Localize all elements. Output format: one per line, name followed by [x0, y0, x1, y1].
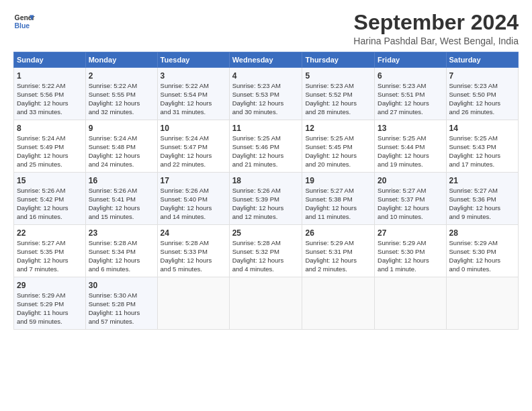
- day-number: 7: [449, 71, 515, 81]
- calendar-week-5: 29Sunrise: 5:29 AMSunset: 5:29 PMDayligh…: [14, 277, 519, 330]
- page: General Blue September 2024 Harina Pashd…: [0, 0, 532, 411]
- calendar-cell-13: 13Sunrise: 5:25 AMSunset: 5:44 PMDayligh…: [375, 120, 446, 173]
- title-block: September 2024 Harina Pashdal Bar, West …: [353, 11, 519, 46]
- calendar-cell-12: 12Sunrise: 5:25 AMSunset: 5:45 PMDayligh…: [302, 120, 375, 173]
- day-number: 29: [17, 280, 83, 291]
- col-sunday: Sunday: [14, 52, 86, 68]
- calendar-week-1: 1Sunrise: 5:22 AMSunset: 5:56 PMDaylight…: [14, 68, 519, 120]
- logo-icon: General Blue: [13, 11, 35, 32]
- calendar-cell-22: 22Sunrise: 5:27 AMSunset: 5:35 PMDayligh…: [14, 225, 86, 277]
- day-number: 8: [17, 123, 83, 134]
- day-number: 24: [161, 228, 226, 238]
- day-number: 3: [161, 71, 226, 81]
- calendar-cell-19: 19Sunrise: 5:27 AMSunset: 5:38 PMDayligh…: [302, 173, 375, 225]
- calendar-cell-25: 25Sunrise: 5:28 AMSunset: 5:32 PMDayligh…: [229, 225, 302, 277]
- calendar-cell-18: 18Sunrise: 5:26 AMSunset: 5:39 PMDayligh…: [229, 173, 302, 225]
- day-number: 26: [305, 228, 371, 238]
- calendar-cell-10: 10Sunrise: 5:24 AMSunset: 5:47 PMDayligh…: [157, 120, 229, 173]
- calendar-cell-14: 14Sunrise: 5:25 AMSunset: 5:43 PMDayligh…: [446, 120, 518, 173]
- day-number: 28: [449, 228, 515, 238]
- day-number: 18: [232, 175, 300, 186]
- calendar-cell-16: 16Sunrise: 5:26 AMSunset: 5:41 PMDayligh…: [85, 173, 157, 225]
- col-thursday: Thursday: [302, 52, 375, 68]
- day-number: 12: [305, 123, 371, 134]
- day-number: 22: [17, 228, 83, 238]
- day-number: 13: [378, 123, 443, 134]
- calendar-cell-29: 29Sunrise: 5:29 AMSunset: 5:29 PMDayligh…: [14, 277, 86, 330]
- col-wednesday: Wednesday: [229, 52, 302, 68]
- calendar-cell-empty: [375, 277, 446, 330]
- calendar-cell-7: 7Sunrise: 5:23 AMSunset: 5:50 PMDaylight…: [446, 68, 518, 120]
- day-number: 23: [89, 228, 154, 238]
- calendar-cell-28: 28Sunrise: 5:29 AMSunset: 5:30 PMDayligh…: [446, 225, 518, 277]
- logo: General Blue: [13, 11, 35, 32]
- day-number: 6: [378, 71, 443, 81]
- calendar-cell-2: 2Sunrise: 5:22 AMSunset: 5:55 PMDaylight…: [85, 68, 157, 120]
- calendar-cell-11: 11Sunrise: 5:25 AMSunset: 5:46 PMDayligh…: [229, 120, 302, 173]
- calendar-cell-27: 27Sunrise: 5:29 AMSunset: 5:30 PMDayligh…: [375, 225, 446, 277]
- day-number: 17: [161, 175, 226, 186]
- calendar-cell-empty: [302, 277, 375, 330]
- day-number: 27: [378, 228, 443, 238]
- day-number: 15: [17, 175, 83, 186]
- col-monday: Monday: [85, 52, 157, 68]
- day-number: 10: [161, 123, 226, 134]
- calendar-cell-24: 24Sunrise: 5:28 AMSunset: 5:33 PMDayligh…: [157, 225, 229, 277]
- calendar-week-4: 22Sunrise: 5:27 AMSunset: 5:35 PMDayligh…: [14, 225, 519, 277]
- day-number: 5: [305, 71, 371, 81]
- calendar-cell-6: 6Sunrise: 5:23 AMSunset: 5:51 PMDaylight…: [375, 68, 446, 120]
- day-number: 20: [378, 175, 443, 186]
- day-number: 14: [449, 123, 515, 134]
- day-number: 11: [232, 123, 300, 134]
- calendar-cell-8: 8Sunrise: 5:24 AMSunset: 5:49 PMDaylight…: [14, 120, 86, 173]
- day-number: 1: [17, 71, 83, 81]
- calendar-week-2: 8Sunrise: 5:24 AMSunset: 5:49 PMDaylight…: [14, 120, 519, 173]
- calendar-cell-17: 17Sunrise: 5:26 AMSunset: 5:40 PMDayligh…: [157, 173, 229, 225]
- col-saturday: Saturday: [446, 52, 518, 68]
- calendar-cell-30: 30Sunrise: 5:30 AMSunset: 5:28 PMDayligh…: [85, 277, 157, 330]
- calendar-cell-1: 1Sunrise: 5:22 AMSunset: 5:56 PMDaylight…: [14, 68, 86, 120]
- col-friday: Friday: [375, 52, 446, 68]
- header: General Blue September 2024 Harina Pashd…: [13, 11, 519, 46]
- calendar-cell-3: 3Sunrise: 5:22 AMSunset: 5:54 PMDaylight…: [157, 68, 229, 120]
- day-number: 21: [449, 175, 515, 186]
- calendar: Sunday Monday Tuesday Wednesday Thursday…: [13, 52, 519, 330]
- day-number: 30: [89, 280, 154, 291]
- day-number: 4: [232, 71, 300, 81]
- day-number: 2: [89, 71, 154, 81]
- calendar-cell-21: 21Sunrise: 5:27 AMSunset: 5:36 PMDayligh…: [446, 173, 518, 225]
- calendar-cell-20: 20Sunrise: 5:27 AMSunset: 5:37 PMDayligh…: [375, 173, 446, 225]
- calendar-header-row: Sunday Monday Tuesday Wednesday Thursday…: [14, 52, 519, 68]
- subtitle: Harina Pashdal Bar, West Bengal, India: [353, 36, 519, 46]
- calendar-cell-23: 23Sunrise: 5:28 AMSunset: 5:34 PMDayligh…: [85, 225, 157, 277]
- day-number: 19: [305, 175, 371, 186]
- calendar-cell-15: 15Sunrise: 5:26 AMSunset: 5:42 PMDayligh…: [14, 173, 86, 225]
- svg-text:Blue: Blue: [15, 22, 30, 30]
- calendar-cell-5: 5Sunrise: 5:23 AMSunset: 5:52 PMDaylight…: [302, 68, 375, 120]
- calendar-cell-9: 9Sunrise: 5:24 AMSunset: 5:48 PMDaylight…: [85, 120, 157, 173]
- calendar-cell-empty: [229, 277, 302, 330]
- calendar-cell-empty: [157, 277, 229, 330]
- calendar-cell-empty: [446, 277, 518, 330]
- day-number: 25: [232, 228, 300, 238]
- day-number: 16: [89, 175, 154, 186]
- calendar-week-3: 15Sunrise: 5:26 AMSunset: 5:42 PMDayligh…: [14, 173, 519, 225]
- day-number: 9: [89, 123, 154, 134]
- calendar-cell-4: 4Sunrise: 5:23 AMSunset: 5:53 PMDaylight…: [229, 68, 302, 120]
- calendar-cell-26: 26Sunrise: 5:29 AMSunset: 5:31 PMDayligh…: [302, 225, 375, 277]
- col-tuesday: Tuesday: [157, 52, 229, 68]
- main-title: September 2024: [353, 11, 519, 34]
